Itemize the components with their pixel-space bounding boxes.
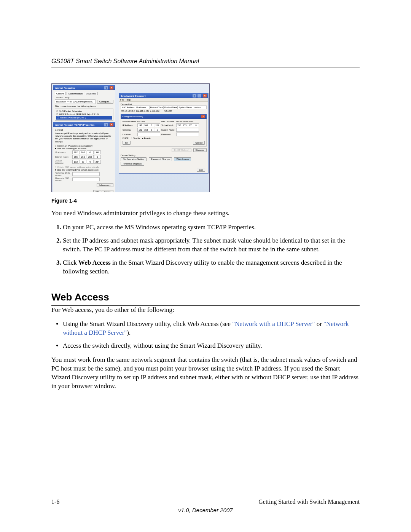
menu-file[interactable]: File bbox=[120, 99, 124, 101]
col-location[interactable]: Location bbox=[192, 106, 206, 109]
link-dhcp-server[interactable]: "Network with a DHCP Server" bbox=[232, 320, 315, 328]
cell-ip: 192.168.0.239 bbox=[135, 109, 150, 112]
item-qos[interactable]: QoS Packet Scheduler bbox=[56, 110, 112, 113]
item-tcpip-selected[interactable]: Internet Protocol (TCP/IP) bbox=[56, 116, 112, 120]
win2-blurb: You can get IP settings assigned automat… bbox=[55, 132, 113, 143]
configuration-setting-button[interactable]: Configuration Setting bbox=[121, 157, 147, 161]
ip-oct-1[interactable]: 192 bbox=[72, 150, 79, 154]
bullet-list: Using the Smart Wizard Discovery utility… bbox=[51, 320, 360, 351]
cfg-mask-label: Subnet Mask bbox=[161, 124, 175, 126]
col-system[interactable]: System Name bbox=[178, 106, 192, 109]
cfg-mask-field[interactable]: 2552552550 bbox=[176, 123, 199, 127]
ip-oct-3[interactable]: 0 bbox=[87, 150, 94, 154]
discover-button[interactable]: Discover bbox=[193, 148, 207, 152]
discovery-title: Smartwizard Discovery bbox=[121, 95, 146, 97]
discovery-controls: ? – × bbox=[192, 94, 207, 97]
adapter-field[interactable]: Broadcom 440x 10/100 Integrated C bbox=[55, 99, 96, 104]
ip-address-field[interactable]: 192168060 bbox=[72, 150, 101, 154]
mask-oct-1[interactable]: 255 bbox=[72, 155, 79, 159]
ok-button[interactable]: OK bbox=[93, 190, 101, 192]
opt-auto-ip[interactable]: Obtain an IP address automatically bbox=[55, 144, 113, 147]
paragraph-3: You must work from the same network segm… bbox=[51, 356, 360, 391]
configure-button[interactable]: Configure... bbox=[97, 100, 113, 104]
step-3: Click Web Access in the Smart Wizard Dis… bbox=[63, 259, 360, 276]
device-row[interactable]: 00-10-18-58-26-01 192.168.0.239 2.001.00… bbox=[121, 109, 207, 112]
dhcp-disable-radio[interactable]: Disable bbox=[131, 137, 140, 139]
tab-authentication[interactable]: Authentication bbox=[67, 92, 84, 95]
menu-help[interactable]: Help bbox=[126, 99, 131, 101]
close-icon[interactable]: × bbox=[110, 123, 113, 126]
cfg-sys-field[interactable] bbox=[176, 128, 199, 132]
close-icon[interactable]: × bbox=[201, 115, 205, 118]
cfg-pw-label: Password bbox=[161, 133, 175, 136]
cfg-gw-field[interactable]: 19216801 bbox=[137, 128, 160, 132]
cancel-button[interactable]: Cancel bbox=[102, 190, 113, 192]
col-product[interactable]: Product Name bbox=[164, 106, 178, 109]
opt-manual-dns[interactable]: Use the following DNS server addresses: bbox=[55, 168, 113, 171]
help-icon[interactable]: ? bbox=[193, 94, 196, 97]
cfg-mask-3: 255 bbox=[188, 124, 194, 127]
device-setting-label: Device Setting bbox=[121, 154, 207, 157]
minimize-icon[interactable]: – bbox=[198, 94, 201, 97]
password-change-button[interactable]: Password Change bbox=[149, 157, 172, 161]
footer-section: Getting Started with Switch Management bbox=[258, 498, 360, 505]
cfg-pw-field[interactable] bbox=[176, 133, 199, 136]
cfg-ip-field[interactable]: 1921680239 bbox=[137, 123, 160, 127]
firmware-upgrade-button[interactable]: Firmware Upgrade bbox=[121, 162, 144, 166]
dhcp-enable-radio[interactable]: Enable bbox=[142, 137, 150, 139]
alt-dns-label: Alternate DNS server: bbox=[55, 177, 71, 182]
footer-version: v1.0, December 2007 bbox=[51, 507, 360, 513]
gw-oct-1[interactable]: 192 bbox=[72, 160, 79, 164]
alt-dns-field[interactable] bbox=[72, 177, 100, 181]
item-aegis[interactable]: AEGIS Protocol (IEEE 802.1x) v2.3.1.9 bbox=[56, 113, 112, 116]
tab-general[interactable]: General bbox=[55, 129, 63, 131]
cell-proto: 2.001.003 bbox=[149, 109, 164, 112]
gw-oct-2[interactable]: 60 bbox=[80, 160, 86, 164]
step-3-bold: Web Access bbox=[78, 259, 111, 266]
set-button[interactable]: Set bbox=[123, 141, 131, 145]
close-icon[interactable]: × bbox=[110, 86, 113, 89]
web-access-button[interactable]: Web Access bbox=[174, 157, 191, 161]
gw-label: Default gateway: bbox=[55, 160, 71, 164]
connect-using-label: Connect using: bbox=[55, 96, 113, 99]
col-mac[interactable]: MAC Address bbox=[121, 106, 135, 109]
help-icon[interactable]: ? bbox=[104, 86, 108, 89]
dhcp-label: DHCP bbox=[123, 137, 129, 139]
cfg-gw-4: 1 bbox=[155, 128, 160, 131]
tab-general[interactable]: General bbox=[55, 92, 66, 95]
page-number: 1-6 bbox=[51, 498, 59, 505]
cfg-loc-label: Location bbox=[123, 133, 136, 136]
win2-titlebar: Internet Protocol (TCP/IP) Properties ? … bbox=[53, 122, 115, 127]
page-footer: 1-6 Getting Started with Switch Manageme… bbox=[51, 496, 360, 505]
tcpip-properties-window: Internet Protocol (TCP/IP) Properties ? … bbox=[53, 122, 115, 192]
mask-oct-4[interactable]: 0 bbox=[94, 155, 101, 159]
col-proto[interactable]: Protocol Version bbox=[150, 106, 164, 109]
tab-advanced[interactable]: Advanced bbox=[85, 92, 98, 95]
mask-label: Subnet mask: bbox=[55, 156, 71, 158]
web-access-heading: Web Access bbox=[51, 291, 360, 306]
pref-dns-field[interactable] bbox=[72, 172, 100, 176]
exit-button[interactable]: Exit bbox=[197, 168, 205, 172]
ip-oct-4[interactable]: 60 bbox=[94, 150, 101, 154]
subnet-mask-field[interactable]: 2552552550 bbox=[72, 155, 101, 159]
col-ip[interactable]: IP Address bbox=[135, 106, 149, 109]
mask-oct-3[interactable]: 255 bbox=[87, 155, 94, 159]
gw-oct-4[interactable]: 254 bbox=[94, 160, 101, 164]
gw-oct-3[interactable]: 0 bbox=[87, 160, 94, 164]
win1-title: Internet Properties bbox=[55, 87, 75, 89]
cfg-gw-1: 192 bbox=[138, 128, 143, 131]
uses-items-label: This connection uses the following items… bbox=[55, 105, 113, 107]
ip-oct-2[interactable]: 168 bbox=[80, 150, 86, 154]
close-icon[interactable]: × bbox=[203, 94, 207, 97]
cfg-cancel-button[interactable]: Cancel bbox=[193, 141, 205, 145]
smartwizard-discovery-window: Smartwizard Discovery ? – × File Help De… bbox=[119, 93, 209, 174]
content-area: GS108T Smart Switch Software Administrat… bbox=[51, 58, 360, 479]
figure-1-4: Internet Properties ? × General Authenti… bbox=[51, 83, 210, 192]
product-name-label: Product Name bbox=[123, 120, 136, 123]
mask-oct-2[interactable]: 255 bbox=[80, 155, 86, 159]
gateway-field[interactable]: 192600254 bbox=[72, 160, 101, 164]
cfg-loc-field[interactable] bbox=[137, 133, 160, 136]
opt-manual-ip[interactable]: Use the following IP address: bbox=[55, 147, 113, 150]
help-icon[interactable]: ? bbox=[104, 123, 108, 126]
advanced-button[interactable]: Advanced... bbox=[97, 183, 113, 187]
